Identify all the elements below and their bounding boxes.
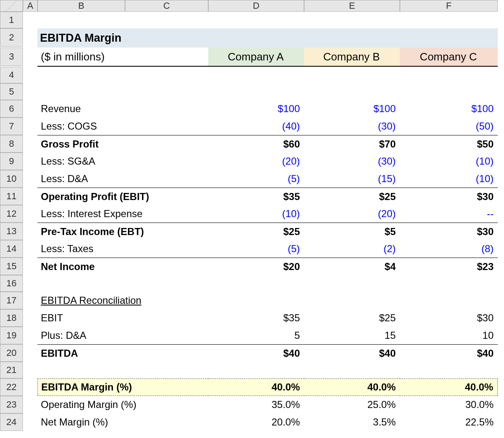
company-a-header[interactable]: Company A [208,48,304,67]
cell[interactable] [304,83,400,100]
cell[interactable] [304,12,400,28]
cell[interactable] [23,83,37,100]
cell[interactable] [23,135,37,153]
cell[interactable] [37,83,125,100]
label-ebitda[interactable]: EBITDA [37,344,208,362]
ebt-c[interactable]: $30 [400,223,498,240]
ebitdamargin-a[interactable]: 40.0% [208,378,304,396]
col-header-e[interactable]: E [304,0,400,12]
label-cogs[interactable]: Less: COGS [37,118,208,135]
plusda-c[interactable]: 10 [400,327,498,344]
cell[interactable] [23,28,37,47]
cell[interactable] [23,292,37,309]
revenue-b[interactable]: $100 [304,100,400,118]
row-header-11[interactable]: 11 [0,188,23,205]
cell[interactable] [400,12,498,28]
cell[interactable] [23,327,37,344]
row-header-7[interactable]: 7 [0,118,23,135]
cell[interactable] [23,275,37,292]
ebitda-a[interactable]: $40 [208,344,304,362]
sga-a[interactable]: (20) [208,153,304,170]
col-header-a[interactable]: A [23,0,37,12]
cell[interactable] [23,118,37,135]
col-header-b[interactable]: B [37,0,125,12]
spreadsheet-grid[interactable]: A B C D E F 1 2 EBITDA Margin 3 ($ in mi… [0,0,504,431]
da-c[interactable]: (10) [400,170,498,188]
cell[interactable] [37,362,125,378]
label-interest[interactable]: Less: Interest Expense [37,205,208,223]
cell[interactable] [23,48,37,66]
cell[interactable] [37,275,125,292]
cell[interactable] [208,292,304,309]
ebit-b[interactable]: $25 [304,188,400,205]
company-b-header[interactable]: Company B [304,48,400,67]
row-header-23[interactable]: 23 [0,396,23,413]
cell[interactable] [400,362,498,378]
plusda-a[interactable]: 5 [208,327,304,344]
netmargin-c[interactable]: 22.5% [400,413,498,431]
da-b[interactable]: (15) [304,170,400,188]
sga-b[interactable]: (30) [304,153,400,170]
cell[interactable] [23,344,37,362]
cell[interactable] [23,258,37,275]
revenue-c[interactable]: $100 [400,100,498,118]
row-header-24[interactable]: 24 [0,413,23,431]
opmargin-c[interactable]: 30.0% [400,396,498,413]
cell[interactable] [125,12,208,28]
row-header-10[interactable]: 10 [0,170,23,188]
col-header-f[interactable]: F [400,0,498,12]
label-taxes[interactable]: Less: Taxes [37,240,208,258]
cell[interactable] [23,188,37,205]
row-header-20[interactable]: 20 [0,344,23,362]
cell[interactable] [400,83,498,100]
row-header-5[interactable]: 5 [0,83,23,100]
row-header-12[interactable]: 12 [0,205,23,223]
row-header-9[interactable]: 9 [0,153,23,170]
label-sga[interactable]: Less: SG&A [37,153,208,170]
cell[interactable] [37,67,125,83]
row-header-21[interactable]: 21 [0,362,23,378]
label-revenue[interactable]: Revenue [37,100,208,118]
cell[interactable] [23,309,37,327]
interest-a[interactable]: (10) [208,205,304,223]
gross-a[interactable]: $60 [208,135,304,153]
cell[interactable] [400,67,498,83]
label-gross[interactable]: Gross Profit [37,135,208,153]
row-header-19[interactable]: 19 [0,327,23,344]
label-netmargin[interactable]: Net Margin (%) [37,413,208,431]
ebit-a[interactable]: $35 [208,188,304,205]
cell[interactable] [125,67,208,83]
label-netincome[interactable]: Net Income [37,258,208,275]
col-header-d[interactable]: D [208,0,304,12]
ebit-c[interactable]: $30 [400,188,498,205]
ebitdamargin-b[interactable]: 40.0% [304,378,400,396]
cell[interactable] [304,362,400,378]
company-c-header[interactable]: Company C [400,48,498,67]
cell[interactable] [400,275,498,292]
ebt-a[interactable]: $25 [208,223,304,240]
cell[interactable] [208,362,304,378]
cell[interactable] [304,292,400,309]
cell[interactable] [208,275,304,292]
cell[interactable] [208,12,304,28]
label-ebit[interactable]: Operating Profit (EBIT) [37,188,208,205]
cell[interactable] [125,362,208,378]
select-all-corner[interactable] [0,0,23,12]
row-header-4[interactable]: 4 [0,67,23,83]
cell[interactable] [23,378,37,396]
cell[interactable] [23,67,37,83]
cell[interactable] [23,362,37,378]
ebit2-a[interactable]: $35 [208,309,304,327]
ebit2-c[interactable]: $30 [400,309,498,327]
subtitle-cell[interactable]: ($ in millions) [37,48,208,67]
gross-c[interactable]: $50 [400,135,498,153]
row-header-13[interactable]: 13 [0,223,23,240]
row-header-17[interactable]: 17 [0,292,23,309]
interest-c[interactable]: -- [400,205,498,223]
label-recon[interactable]: EBITDA Reconciliation [37,292,208,309]
ebt-b[interactable]: $5 [304,223,400,240]
taxes-a[interactable]: (5) [208,240,304,258]
netincome-b[interactable]: $4 [304,258,400,275]
cell[interactable] [23,240,37,258]
taxes-c[interactable]: (8) [400,240,498,258]
